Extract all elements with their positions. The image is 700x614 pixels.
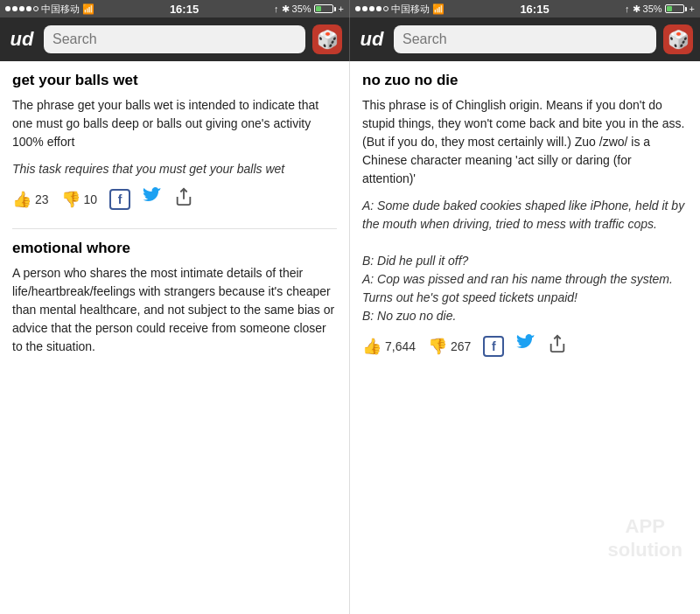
downvote-btn-3[interactable]: 👎 267: [428, 337, 471, 356]
rdot2: [362, 6, 368, 11]
nav-bar-left: ud 🎲: [0, 17, 350, 61]
thumbup-icon-1: 👍: [12, 190, 32, 209]
status-right-right: ↑ ✱ 35% +: [625, 3, 695, 15]
entry-actions-1: 👍 23 👎 10 f: [12, 187, 337, 211]
battery-text-left: 35%: [292, 3, 312, 14]
charging-icon-left: +: [339, 3, 344, 14]
thumbdown-icon-3: 👎: [428, 337, 447, 356]
rdot5: [383, 6, 388, 11]
dot3: [19, 6, 24, 11]
search-input-left[interactable]: [44, 25, 305, 53]
battery-fill-right: [667, 6, 672, 11]
battery-icon-right: [665, 4, 687, 13]
nav-bar-right: ud 🎲: [350, 17, 700, 61]
battery-tip-right: [685, 7, 687, 11]
watermark-line1: APP: [607, 515, 682, 538]
entry-get-your-balls-wet: get your balls wet The phrase get your b…: [12, 72, 337, 211]
battery-icon-left: [314, 4, 336, 13]
twitter-btn-1[interactable]: [143, 187, 162, 211]
upvote-count-3: 7,644: [385, 339, 416, 353]
dice-icon-right: 🎲: [668, 29, 690, 50]
battery-text-right: 35%: [643, 3, 662, 14]
dot1: [5, 6, 10, 11]
facebook-btn-3[interactable]: f: [483, 336, 504, 357]
dice-icon-left: 🎲: [317, 29, 339, 50]
dot4: [26, 6, 32, 11]
entry-definition-1: The phrase get your balls wet is intende…: [12, 96, 337, 151]
entry-no-zuo-no-die: no zuo no die This phrase is of Chinglis…: [362, 72, 688, 358]
share-icon-3: [548, 334, 567, 353]
upvote-count-1: 23: [35, 192, 49, 206]
status-left-carrier: 中国移动 📶: [5, 3, 94, 16]
entry-actions-3: 👍 7,644 👎 267 f: [362, 334, 688, 358]
carrier-name-left: 中国移动: [41, 3, 80, 16]
battery-fill-left: [316, 6, 321, 11]
entry-example-3: A: Some dude baked cookies shaped like i…: [362, 197, 688, 325]
facebook-btn-1[interactable]: f: [109, 189, 130, 210]
wifi-icon-right: 📶: [432, 3, 444, 15]
rdot1: [355, 6, 360, 11]
time-left: 16:15: [170, 3, 199, 16]
ud-text-left: ud: [10, 28, 34, 51]
bluetooth-icon-left: ✱: [282, 3, 290, 15]
charging-icon-right: +: [690, 3, 695, 14]
thumbup-icon-3: 👍: [362, 337, 382, 356]
entry-title-2: emotional whore: [12, 240, 337, 257]
twitter-icon-1: [143, 187, 162, 206]
thumbdown-icon-1: 👎: [61, 190, 80, 209]
downvote-count-1: 10: [84, 192, 98, 206]
rdot4: [376, 6, 382, 11]
divider-left: [12, 228, 337, 229]
entry-definition-3: This phrase is of Chinglish origin. Mean…: [362, 96, 688, 188]
signal-dots-right: [355, 6, 388, 11]
dot2: [12, 6, 18, 11]
ud-text-right: ud: [360, 28, 384, 51]
ud-logo-left: ud: [7, 24, 37, 54]
downvote-count-3: 267: [451, 339, 471, 353]
entry-title-1: get your balls wet: [12, 72, 337, 89]
arrow-icon-left: ↑: [274, 3, 279, 14]
search-input-right[interactable]: [394, 25, 656, 53]
battery-body-left: [314, 4, 333, 13]
arrow-icon-right: ↑: [625, 3, 630, 14]
dice-button-left[interactable]: 🎲: [312, 24, 342, 54]
time-right: 16:15: [520, 3, 549, 16]
signal-dots: [5, 6, 38, 11]
watermark-line2: solution: [607, 539, 682, 562]
entry-definition-2: A person who shares the most intimate de…: [12, 264, 337, 356]
wifi-icon-left: 📶: [82, 3, 94, 15]
panel-right: no zuo no die This phrase is of Chinglis…: [350, 61, 700, 614]
downvote-btn-1[interactable]: 👎 10: [61, 190, 98, 209]
panel-left: get your balls wet The phrase get your b…: [0, 61, 350, 614]
battery-tip-left: [334, 7, 336, 11]
entry-emotional-whore: emotional whore A person who shares the …: [12, 240, 337, 356]
rdot3: [369, 6, 374, 11]
bluetooth-icon-right: ✱: [633, 3, 640, 15]
status-right-left: ↑ ✱ 35% +: [274, 3, 344, 15]
status-bar-left: 中国移动 📶 16:15 ↑ ✱ 35% +: [0, 0, 350, 17]
ud-logo-right: ud: [357, 24, 387, 54]
entry-example-1: This task requires that you must get you…: [12, 160, 337, 178]
dice-button-right[interactable]: 🎲: [663, 24, 693, 54]
watermark: APP solution: [607, 515, 682, 562]
entry-title-3: no zuo no die: [362, 72, 688, 89]
share-btn-3[interactable]: [548, 334, 567, 358]
upvote-btn-1[interactable]: 👍 23: [12, 190, 49, 209]
battery-body-right: [665, 4, 684, 13]
carrier-name-right: 中国移动: [391, 3, 430, 16]
dot5: [33, 6, 38, 11]
share-icon-1: [174, 187, 193, 206]
upvote-btn-3[interactable]: 👍 7,644: [362, 337, 416, 356]
status-right-carrier: 中国移动 📶: [355, 3, 444, 16]
twitter-icon-3: [516, 334, 536, 353]
twitter-btn-3[interactable]: [516, 334, 536, 358]
status-bar-right: 中国移动 📶 16:15 ↑ ✱ 35% +: [350, 0, 700, 17]
content-area: get your balls wet The phrase get your b…: [0, 61, 700, 614]
share-btn-1[interactable]: [174, 187, 193, 211]
